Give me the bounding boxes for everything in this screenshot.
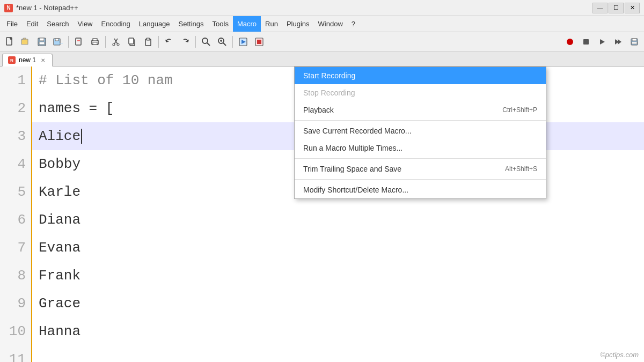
macro-run-button[interactable] — [236, 34, 251, 49]
trim-trailing-label: Trim Trailing Space and Save — [303, 165, 401, 173]
svg-rect-10 — [56, 43, 63, 43]
line-num-11: 11 — [0, 345, 31, 362]
macro-trim-trailing[interactable]: Trim Trailing Space and Save Alt+Shift+S — [295, 160, 546, 178]
line-num-1: 1 — [0, 67, 31, 94]
trim-trailing-shortcut: Alt+Shift+S — [505, 165, 537, 173]
undo-button[interactable] — [162, 34, 177, 49]
menu-file[interactable]: File — [2, 16, 22, 32]
svg-rect-23 — [147, 38, 150, 40]
macro-start-recording[interactable]: Start Recording — [295, 67, 546, 84]
modify-shortcut-label: Modify Shortcut/Delete Macro... — [303, 186, 408, 194]
menu-tools[interactable]: Tools — [208, 16, 233, 32]
line-num-9: 9 — [0, 290, 31, 317]
toolbar-sep-5 — [232, 36, 233, 48]
macro-modify-shortcut[interactable]: Modify Shortcut/Delete Macro... — [295, 181, 546, 198]
svg-rect-35 — [583, 39, 589, 45]
svg-rect-7 — [39, 42, 45, 45]
stop-record-button[interactable] — [579, 34, 594, 49]
menu-view[interactable]: View — [74, 16, 97, 32]
macro-save-recorded[interactable]: Save Current Recorded Macro... — [295, 122, 546, 139]
app-icon: N — [4, 4, 13, 12]
redo-button[interactable] — [178, 34, 193, 49]
save-macro-label: Save Current Recorded Macro... — [303, 127, 412, 135]
macro-playback[interactable]: Playback Ctrl+Shift+P — [295, 101, 546, 119]
code-line-9: Grace — [32, 290, 644, 317]
svg-rect-9 — [55, 39, 58, 41]
close-button[interactable]: ✕ — [625, 3, 640, 13]
code-line-11 — [32, 345, 644, 362]
menu-search[interactable]: Search — [42, 16, 73, 32]
svg-rect-41 — [632, 42, 637, 44]
svg-point-24 — [202, 38, 208, 43]
menu-edit[interactable]: Edit — [22, 16, 42, 32]
cut-button[interactable] — [108, 34, 123, 49]
svg-rect-6 — [40, 38, 44, 41]
menu-macro[interactable]: Macro — [233, 16, 261, 32]
menu-sep-3 — [295, 179, 546, 180]
run-multiple-label: Run a Macro Multiple Times... — [303, 144, 402, 152]
start-recording-label: Start Recording — [303, 71, 355, 80]
minimize-button[interactable]: — — [592, 3, 608, 13]
save-macro-button[interactable] — [627, 34, 642, 49]
menu-settings[interactable]: Settings — [174, 16, 208, 32]
menu-language[interactable]: Language — [135, 16, 174, 32]
tab-close-button[interactable]: ✕ — [39, 56, 47, 64]
menu-window[interactable]: Window — [314, 16, 347, 32]
tab-icon: N — [8, 56, 16, 64]
playback-shortcut: Ctrl+Shift+P — [502, 106, 537, 114]
toolbar — [0, 32, 644, 51]
toolbar-sep-2 — [105, 36, 106, 48]
macro-controls — [562, 34, 642, 49]
copy-button[interactable] — [125, 34, 140, 49]
menu-help[interactable]: ? — [347, 16, 360, 32]
print-button[interactable] — [87, 34, 103, 49]
save-all-button[interactable] — [50, 34, 65, 49]
menu-plugins[interactable]: Plugins — [282, 16, 314, 32]
record-button[interactable] — [562, 34, 577, 49]
line-num-8: 8 — [0, 262, 31, 290]
maximize-button[interactable]: ☐ — [609, 3, 624, 13]
code-line-6: Diana — [32, 206, 644, 234]
code-line-7: Evana — [32, 234, 644, 262]
tab-new1[interactable]: N new 1 ✕ — [2, 54, 53, 67]
line-num-7: 7 — [0, 234, 31, 262]
editor-area: 1 2 3 4 5 6 7 8 9 10 11 # List of 10 nam… — [0, 67, 644, 362]
toolbar-sep-3 — [158, 36, 159, 48]
toolbar-sep-1 — [68, 36, 69, 48]
line-num-2: 2 — [0, 94, 31, 122]
macro-dropdown-menu: Start Recording Stop Recording Playback … — [294, 67, 546, 199]
menu-run[interactable]: Run — [261, 16, 282, 32]
save-button[interactable] — [34, 34, 49, 49]
menu-sep-2 — [295, 158, 546, 159]
line-num-4: 4 — [0, 150, 31, 178]
svg-marker-36 — [600, 39, 605, 45]
tab-bar: N new 1 ✕ — [0, 51, 644, 67]
zoom-in-button[interactable] — [215, 34, 230, 49]
new-button[interactable] — [2, 34, 17, 49]
svg-point-18 — [113, 43, 115, 46]
find-button[interactable] — [199, 34, 214, 49]
macro-stop-button[interactable] — [252, 34, 267, 49]
line-numbers: 1 2 3 4 5 6 7 8 9 10 11 — [0, 67, 32, 362]
paste-button[interactable] — [141, 34, 156, 49]
menu-sep-1 — [295, 120, 546, 121]
playback-multiple-button[interactable] — [611, 34, 626, 49]
macro-stop-recording[interactable]: Stop Recording — [295, 84, 546, 101]
svg-point-19 — [117, 43, 119, 46]
svg-rect-33 — [257, 40, 261, 44]
playback-button[interactable] — [595, 34, 610, 49]
svg-marker-38 — [618, 39, 621, 45]
tab-label: new 1 — [19, 56, 36, 64]
open-button[interactable] — [18, 34, 33, 49]
menu-encoding[interactable]: Encoding — [97, 16, 135, 32]
title-bar: N *new 1 - Notepad++ — ☐ ✕ — [0, 0, 644, 16]
code-line-8: Frank — [32, 262, 644, 290]
macro-run-multiple[interactable]: Run a Macro Multiple Times... — [295, 139, 546, 157]
svg-rect-40 — [632, 39, 636, 41]
svg-rect-11 — [76, 38, 81, 45]
svg-point-34 — [567, 39, 573, 45]
line-num-3: 3 — [0, 122, 31, 150]
toolbar-sep-4 — [195, 36, 196, 48]
close-button-tb[interactable] — [71, 34, 86, 49]
svg-rect-15 — [93, 42, 97, 45]
